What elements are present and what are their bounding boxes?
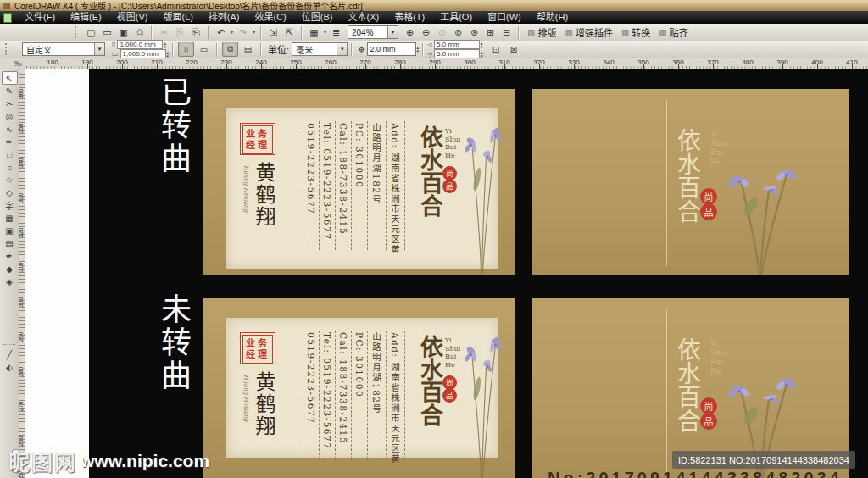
paper-width-field[interactable]: 1,000.0 mm xyxy=(117,40,163,49)
name-pinyin: Huang Hexiang xyxy=(242,375,249,427)
menu-item-2[interactable]: 编辑(E) xyxy=(63,11,109,24)
duplicate-y-spinner[interactable]: ▴▾ xyxy=(481,51,483,58)
rectangle-tool[interactable]: □ xyxy=(3,148,17,161)
effects-tool[interactable]: ▤ xyxy=(3,237,17,250)
export-icon[interactable]: ⇱ xyxy=(282,25,297,39)
paper-width-spinner[interactable]: ▴▾ xyxy=(164,42,166,48)
paper-height-spinner[interactable]: ▴▾ xyxy=(167,51,170,58)
menu-item-10[interactable]: 工具(O) xyxy=(432,11,480,24)
horizontal-ruler[interactable]: ‰ 18019020021022023024025026027028029030… xyxy=(0,58,868,70)
menu-item-7[interactable]: 位图(B) xyxy=(294,11,341,24)
nudge-icon: ✥ xyxy=(358,45,364,54)
zoom-level-combo[interactable]: 204% ▾ xyxy=(348,25,398,39)
business-card-back[interactable]: 依水百合 Yi Shui Bai He 尚 品 xyxy=(532,89,849,275)
chevron-down-icon[interactable]: ▾ xyxy=(337,43,347,55)
typeset-button[interactable]: ▥排版 xyxy=(527,25,556,39)
zoom-all-icon[interactable]: ⊛ xyxy=(467,25,481,39)
v-ruler-label: 260 xyxy=(18,436,24,447)
zoom-selected-icon[interactable]: ⊚ xyxy=(451,25,465,39)
window-icon: ▥ xyxy=(659,28,666,37)
import-icon[interactable]: ⇲ xyxy=(266,25,281,39)
window-icon: ▥ xyxy=(565,28,572,37)
interactive-fill-tool[interactable]: ◈ xyxy=(3,275,17,288)
snap-button-label: 贴齐 xyxy=(670,25,688,39)
text-tool[interactable]: 字 xyxy=(3,199,17,212)
duplicate-x-field[interactable]: 5.0 mm xyxy=(434,40,480,49)
business-card-front[interactable]: 业务 经理 Huang Hexiang 黄鹤翔 0519-2223-5677 T… xyxy=(203,89,515,275)
brand-title: 依水百合 xyxy=(417,125,443,234)
menu-item-5[interactable]: 排列(A) xyxy=(201,11,248,24)
menu-item-11[interactable]: 窗口(W) xyxy=(480,11,529,24)
zoom-page-icon[interactable]: ⊞ xyxy=(483,25,498,39)
new-document-icon[interactable]: ▢ xyxy=(84,25,98,39)
undo-icon[interactable]: ↶ xyxy=(214,25,228,39)
units-combo[interactable]: 毫米 ▾ xyxy=(292,42,348,56)
menu-item-12[interactable]: 帮助(H) xyxy=(529,11,576,24)
treat-as-filled-button[interactable]: ⊡ xyxy=(488,42,504,57)
redo-dropdown-icon[interactable]: ▾ xyxy=(251,25,257,39)
nudge-spinner[interactable]: ▴▾ xyxy=(417,46,420,53)
menu-item-3[interactable]: 视图(V) xyxy=(109,11,156,24)
pick-tool[interactable]: ↖ xyxy=(2,71,18,85)
duplicate-x-icon: ▫x xyxy=(427,42,432,47)
menu-item-8[interactable]: 文本(X) xyxy=(340,11,387,24)
units-value: 毫米 xyxy=(292,43,337,56)
ellipse-tool[interactable]: ○ xyxy=(3,161,17,174)
menu-item-9[interactable]: 表格(T) xyxy=(387,11,432,24)
color-eyedropper-tool[interactable]: ╱ xyxy=(3,348,17,361)
zoom-level-value: 204% xyxy=(348,28,387,37)
duplicate-x-spinner[interactable]: ▴▾ xyxy=(481,42,483,48)
paper-preset-combo[interactable]: 自定义 ▾ xyxy=(22,42,105,56)
menu-item-1[interactable]: 文件(F) xyxy=(17,11,63,24)
v-ruler-label: 310 xyxy=(18,263,24,273)
paste-icon[interactable]: ⎗ xyxy=(189,25,203,39)
zoom-actual-icon[interactable]: ⊙ xyxy=(435,25,449,39)
zoom-in-icon[interactable]: ⊕ xyxy=(403,25,417,39)
toolbar-grip[interactable] xyxy=(75,26,81,38)
chevron-down-icon[interactable]: ▾ xyxy=(387,26,398,38)
zoom-width-icon[interactable]: ⊟ xyxy=(499,25,514,39)
landscape-button[interactable]: ▭ xyxy=(196,42,212,57)
zoom-tool[interactable]: ◎ xyxy=(3,110,17,123)
chevron-down-icon[interactable]: ▾ xyxy=(94,43,104,55)
redo-icon[interactable]: ↷ xyxy=(236,25,250,39)
freehand-tool[interactable]: ∿ xyxy=(3,123,17,136)
launcher-dropdown-icon[interactable]: ▾ xyxy=(322,25,328,39)
nudge-field[interactable]: 2.0 mm xyxy=(367,42,416,56)
fill-tool[interactable]: ◆ xyxy=(3,263,17,275)
property-bar-grip[interactable] xyxy=(5,43,11,55)
snap-button[interactable]: ▥贴齐 xyxy=(659,25,687,39)
ruler-scale-icon: ‰ xyxy=(14,59,22,68)
save-icon[interactable]: ▣ xyxy=(116,25,131,39)
application-launcher-icon[interactable]: ▦ xyxy=(307,25,321,39)
basic-shapes-tool[interactable]: ◇ xyxy=(3,186,17,199)
all-pages-button[interactable]: ⧉ xyxy=(222,42,238,57)
portrait-button[interactable]: ▯ xyxy=(178,42,194,57)
table-tool[interactable]: ▦ xyxy=(3,212,17,225)
welcome-screen-icon[interactable]: ≣ xyxy=(329,25,343,39)
name-pinyin: Huang Hexiang xyxy=(242,165,249,218)
outline-pen-tool[interactable]: ✒ xyxy=(3,250,17,263)
business-card-front[interactable]: 业务 经理 Huang Hexiang 黄鹤翔 0519-2223-5677 T… xyxy=(203,298,515,478)
marquee-select-button[interactable]: ⊠ xyxy=(506,42,522,57)
menu-item-4[interactable]: 版面(L) xyxy=(155,11,200,24)
enhanced-plugins-button[interactable]: ▥增强插件 xyxy=(565,25,612,39)
open-icon[interactable]: ▭ xyxy=(100,25,114,39)
blend-tool[interactable]: ▣ xyxy=(3,225,17,237)
convert-button[interactable]: ▥转换 xyxy=(621,25,650,39)
paint-bucket-tool[interactable]: ⬖ xyxy=(3,361,17,374)
v-ruler-label: 320 xyxy=(18,228,24,238)
current-page-button[interactable]: ▤ xyxy=(240,42,256,57)
copy-icon[interactable]: ⎘ xyxy=(173,25,187,39)
shape-tool[interactable]: ✎ xyxy=(3,85,17,97)
undo-dropdown-icon[interactable]: ▾ xyxy=(229,25,235,39)
drawing-canvas[interactable]: 已转曲 未转曲 业务 经理 Huang Hexiang 黄鹤翔 0519-222… xyxy=(25,69,868,478)
menu-item-6[interactable]: 效果(C) xyxy=(248,11,294,24)
crop-tool[interactable]: ✂ xyxy=(3,97,17,110)
polygon-tool[interactable]: ☆ xyxy=(3,174,17,186)
print-icon[interactable]: ⎙ xyxy=(132,25,147,39)
zoom-out-icon[interactable]: ⊖ xyxy=(419,25,433,39)
phone-column: 0519-2223-5677 xyxy=(303,121,319,250)
smart-fill-tool[interactable]: ✏ xyxy=(3,136,17,148)
cut-icon[interactable]: ✂ xyxy=(157,25,171,39)
